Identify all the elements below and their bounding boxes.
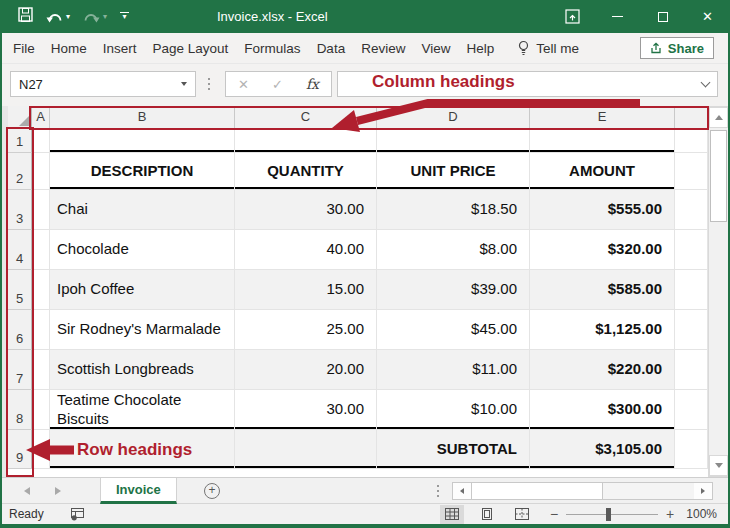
tab-insert[interactable]: Insert	[103, 41, 137, 56]
cancel-icon[interactable]: ✕	[238, 77, 249, 92]
tab-review[interactable]: Review	[361, 41, 405, 56]
tab-page-layout[interactable]: Page Layout	[153, 41, 229, 56]
cell[interactable]: $555.00	[530, 190, 675, 230]
cell[interactable]: UNIT PRICE	[377, 153, 530, 190]
column-header[interactable]: D	[377, 106, 530, 129]
cell[interactable]: Scottish Longbreads	[50, 350, 235, 390]
zoom-out-button[interactable]: −	[550, 506, 558, 522]
cell[interactable]: 40.00	[235, 230, 377, 270]
horizontal-scrollbar-thumb[interactable]	[471, 483, 603, 499]
tab-view[interactable]: View	[421, 41, 450, 56]
scroll-down-button[interactable]	[709, 455, 728, 476]
cell[interactable]: $45.00	[377, 310, 530, 350]
scroll-up-button[interactable]	[709, 107, 728, 128]
select-all-corner[interactable]	[8, 106, 32, 129]
cell[interactable]	[530, 129, 675, 153]
cell[interactable]	[377, 129, 530, 153]
cell[interactable]: $320.00	[530, 230, 675, 270]
formula-bar-splitter[interactable]	[208, 78, 210, 80]
vertical-scrollbar[interactable]	[708, 106, 729, 477]
maximize-button[interactable]	[640, 0, 685, 33]
ribbon-display-options-button[interactable]	[550, 0, 595, 33]
column-header[interactable]: A	[32, 106, 50, 129]
cell[interactable]	[32, 153, 50, 190]
tab-data[interactable]: Data	[317, 41, 346, 56]
cell[interactable]	[235, 430, 377, 469]
row-header[interactable]: 2	[8, 153, 32, 190]
normal-view-button[interactable]	[440, 505, 464, 524]
cell[interactable]: Chai	[50, 190, 235, 230]
cell[interactable]: $585.00	[530, 270, 675, 310]
cell[interactable]	[675, 350, 708, 390]
minimize-button[interactable]	[595, 0, 640, 33]
cell[interactable]: $1,125.00	[530, 310, 675, 350]
scroll-right-button[interactable]	[694, 483, 712, 499]
row-header[interactable]: 3	[8, 190, 32, 230]
cell[interactable]	[32, 230, 50, 270]
cell[interactable]	[675, 430, 708, 469]
cell[interactable]: $300.00	[530, 390, 675, 430]
cell[interactable]: $8.00	[377, 230, 530, 270]
new-sheet-button[interactable]: +	[204, 483, 220, 499]
cell[interactable]	[32, 190, 50, 230]
tell-me-box[interactable]: Tell me	[518, 40, 579, 56]
undo-button[interactable]: ▾	[46, 10, 70, 24]
cell[interactable]	[32, 270, 50, 310]
zoom-slider[interactable]	[566, 508, 658, 521]
row-header[interactable]: 9	[8, 430, 32, 469]
redo-caret-icon[interactable]: ▾	[103, 13, 107, 21]
cell[interactable]: Sir Rodney's Marmalade	[50, 310, 235, 350]
cell[interactable]: Ipoh Coffee	[50, 270, 235, 310]
scroll-left-button[interactable]	[453, 483, 471, 499]
tab-formulas[interactable]: Formulas	[244, 41, 300, 56]
cell[interactable]	[675, 310, 708, 350]
redo-button[interactable]: ▾	[83, 10, 107, 24]
cell[interactable]	[32, 350, 50, 390]
cell[interactable]: $10.00	[377, 390, 530, 430]
cell[interactable]	[50, 430, 235, 469]
close-button[interactable]: ✕	[685, 0, 730, 33]
cell[interactable]: DESCRIPTION	[50, 153, 235, 190]
next-sheet-icon[interactable]	[55, 487, 61, 495]
column-header[interactable]: E	[530, 106, 675, 129]
horizontal-scrollbar[interactable]	[452, 482, 713, 500]
cell[interactable]: 25.00	[235, 310, 377, 350]
horizontal-scrollbar-track[interactable]	[603, 483, 694, 499]
cell[interactable]: 15.00	[235, 270, 377, 310]
cell[interactable]: 30.00	[235, 390, 377, 430]
cell[interactable]: Teatime Chocolate Biscuits	[50, 390, 235, 430]
undo-caret-icon[interactable]: ▾	[66, 13, 70, 21]
cell[interactable]	[675, 230, 708, 270]
sheet-tab-invoice[interactable]: Invoice	[100, 478, 177, 504]
share-button[interactable]: Share	[640, 37, 714, 59]
cell[interactable]	[235, 129, 377, 153]
row-header[interactable]: 8	[8, 390, 32, 430]
cell[interactable]: $220.00	[530, 350, 675, 390]
column-header[interactable]	[675, 106, 708, 129]
cell[interactable]: Chocolade	[50, 230, 235, 270]
insert-function-icon[interactable]: fx	[306, 76, 319, 92]
row-header[interactable]: 6	[8, 310, 32, 350]
formula-bar-expand-icon[interactable]	[701, 78, 711, 88]
cell[interactable]: $39.00	[377, 270, 530, 310]
column-header[interactable]: C	[235, 106, 377, 129]
cell[interactable]: AMOUNT	[530, 153, 675, 190]
cell[interactable]	[675, 153, 708, 190]
cell[interactable]: $3,105.00	[530, 430, 675, 469]
cell[interactable]: $18.50	[377, 190, 530, 230]
row-header[interactable]: 5	[8, 270, 32, 310]
customize-quick-access-icon[interactable]: ▾	[120, 12, 129, 21]
row-header[interactable]: 1	[8, 129, 32, 153]
row-header[interactable]: 4	[8, 230, 32, 270]
macro-record-icon[interactable]	[71, 508, 85, 521]
cell[interactable]	[32, 310, 50, 350]
cell[interactable]	[675, 190, 708, 230]
cell[interactable]: QUANTITY	[235, 153, 377, 190]
formula-input[interactable]	[337, 71, 718, 97]
cell[interactable]: $11.00	[377, 350, 530, 390]
previous-sheet-icon[interactable]	[24, 487, 30, 495]
name-box-dropdown-icon[interactable]	[181, 82, 187, 86]
cell[interactable]	[675, 390, 708, 430]
page-layout-view-button[interactable]	[475, 505, 499, 524]
cell[interactable]: SUBTOTAL	[377, 430, 530, 469]
